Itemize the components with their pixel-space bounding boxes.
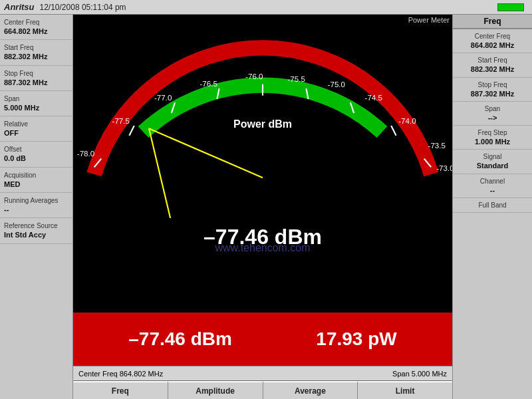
left-sidebar-item-4[interactable]: RelativeOFF: [0, 116, 72, 142]
right-sidebar: FreqCenter Freq864.802 MHzStart Freq882.…: [452, 15, 532, 399]
right-sidebar-item-7[interactable]: Full Band: [453, 198, 532, 213]
svg-line-20: [149, 128, 263, 178]
svg-line-1: [129, 126, 134, 136]
datetime: 12/10/2008 05:11:04 pm: [40, 3, 126, 12]
center-content: Power Meter: [73, 15, 452, 366]
left-sidebar-item-7[interactable]: Running Averages--: [0, 193, 72, 218]
status-left: Center Freq 864.802 MHz: [78, 370, 163, 378]
right-sidebar-header: Freq: [453, 15, 532, 29]
bottom-tabs: FreqAmplitudeAverageLimit: [73, 380, 452, 399]
gauge-area: -78.0 -77.5 -77.0 -76.5 -76.0 -75.5 -75.…: [73, 25, 452, 313]
right-sidebar-item-1[interactable]: Start Freq882.302 MHz: [453, 53, 532, 77]
battery-icon: [497, 3, 524, 11]
red-pw-value: 17.93 pW: [316, 329, 396, 350]
status-bar: Center Freq 864.802 MHz Span 5.000 MHz: [73, 366, 452, 380]
bottom-tab-average[interactable]: Average: [263, 381, 358, 399]
left-sidebar-item-2[interactable]: Stop Freq887.302 MHz: [0, 66, 72, 91]
left-sidebar-item-8[interactable]: Reference SourceInt Std Accy: [0, 218, 72, 243]
top-bar: Anritsu 12/10/2008 05:11:04 pm: [0, 0, 532, 15]
bottom-tab-limit[interactable]: Limit: [358, 381, 452, 399]
svg-text:-74.0: -74.0: [398, 116, 416, 125]
left-sidebar-item-5[interactable]: Offset0.0 dB: [0, 142, 72, 167]
bottom-tab-freq[interactable]: Freq: [73, 381, 168, 399]
status-right: Span 5.000 MHz: [392, 370, 447, 378]
svg-text:-76.0: -76.0: [245, 72, 263, 80]
right-sidebar-item-4[interactable]: Freq Step1.000 MHz: [453, 126, 532, 150]
red-section: –77.46 dBm 17.93 pW: [73, 313, 452, 366]
svg-text:-75.0: -75.0: [328, 80, 345, 88]
main-layout: Center Freq664.802 MHzStart Freq882.302 …: [0, 15, 532, 399]
svg-text:-73.5: -73.5: [428, 141, 446, 150]
svg-text:-77.5: -77.5: [112, 116, 130, 125]
right-sidebar-item-3[interactable]: Span-->: [453, 102, 532, 126]
svg-text:-77.0: -77.0: [154, 93, 172, 102]
left-sidebar: Center Freq664.802 MHzStart Freq882.302 …: [0, 15, 73, 399]
svg-line-7: [391, 126, 396, 136]
right-sidebar-item-6[interactable]: Channel--: [453, 174, 532, 198]
left-sidebar-item-6[interactable]: AcquisitionMED: [0, 168, 72, 193]
left-sidebar-item-1[interactable]: Start Freq882.302 MHz: [0, 40, 72, 65]
svg-text:-76.5: -76.5: [200, 79, 217, 88]
svg-line-21: [149, 128, 175, 218]
svg-text:-78.0: -78.0: [77, 150, 94, 158]
right-sidebar-item-0[interactable]: Center Freq864.802 MHz: [453, 29, 532, 53]
logo: Anritsu: [4, 2, 35, 12]
svg-text:-74.5: -74.5: [365, 93, 382, 102]
power-dbm-label: Power dBm: [233, 118, 292, 130]
svg-text:-75.5: -75.5: [287, 74, 305, 83]
left-sidebar-item-3[interactable]: Span5.000 MHz: [0, 91, 72, 116]
red-dbm-value: –77.46 dBm: [128, 329, 232, 350]
svg-text:-73.0: -73.0: [436, 164, 452, 172]
right-sidebar-item-5[interactable]: SignalStandard: [453, 150, 532, 174]
left-sidebar-item-0[interactable]: Center Freq664.802 MHz: [0, 15, 72, 40]
bottom-tab-amplitude[interactable]: Amplitude: [168, 381, 263, 399]
main-reading: –77.46 dBm: [203, 225, 322, 249]
power-meter-label: Power Meter: [73, 15, 452, 25]
right-sidebar-item-2[interactable]: Stop Freq887.302 MHz: [453, 78, 532, 102]
